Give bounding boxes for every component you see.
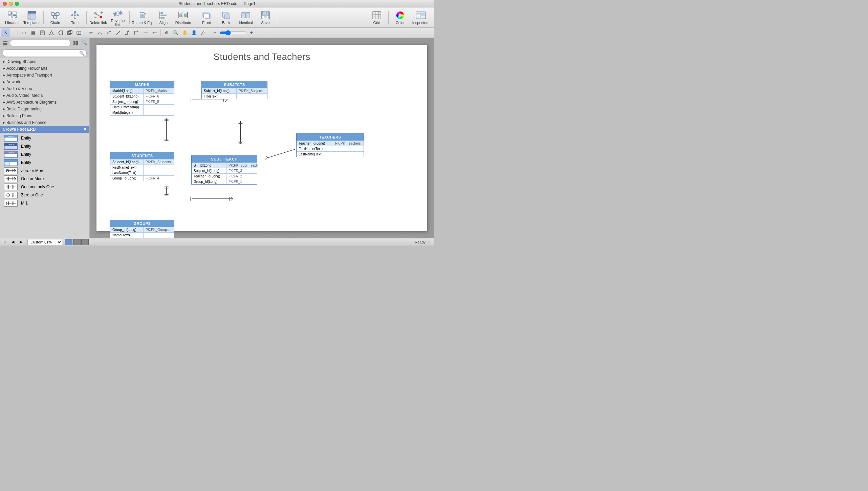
erd-table-marks[interactable]: MARKS MarkId(Long) PK:PK_Marks Student_I…	[110, 81, 174, 115]
sidebar-search-btn[interactable]: 🔍	[81, 39, 88, 47]
svg-marker-97	[137, 30, 138, 32]
list-item[interactable]: ENTITY Entity	[0, 150, 89, 158]
shape-tool-1[interactable]	[47, 28, 56, 37]
sidebar-item-audio-video-media[interactable]: ▶ Audio, Video, Media	[0, 92, 89, 99]
diagram-area[interactable]: MARKS MarkId(Long) PK:PK_Marks Student_I…	[96, 66, 427, 225]
sidebar-list-view[interactable]	[1, 39, 8, 47]
expand-arrow: ▶	[3, 114, 5, 118]
next-page-btn[interactable]: ▶	[17, 239, 25, 245]
library-search[interactable]	[10, 40, 71, 46]
window-controls[interactable]	[3, 2, 19, 6]
pause-btn[interactable]: ⏸	[3, 240, 6, 244]
erd-table-students[interactable]: STUDENTS Student_Id(Long) PK:PK_Students…	[110, 152, 174, 181]
sidebar-item-audio-video[interactable]: ▶ Audio & Video	[0, 85, 89, 92]
shape-tool-4[interactable]	[74, 28, 83, 37]
resize-controls: ⊞	[428, 240, 431, 244]
sidebar-item-artwork[interactable]: ▶ Artwork	[0, 79, 89, 85]
separator-4	[195, 11, 195, 24]
oval-tool[interactable]: ⬭	[20, 28, 28, 37]
list-item[interactable]: Zero or One	[0, 191, 89, 199]
sidebar-item-business-finance[interactable]: ▶ Business and Finance	[0, 119, 89, 126]
page-nav-btns[interactable]: ◀ ▶	[9, 239, 25, 245]
zoom-in-btn[interactable]: +	[247, 28, 256, 37]
templates-button[interactable]: Templates	[22, 8, 41, 27]
svg-rect-15	[28, 16, 30, 17]
list-item[interactable]: One or More	[0, 175, 89, 183]
distribute-button[interactable]: Distribute	[174, 8, 193, 27]
rotate-flip-button[interactable]: Rotate & Flip	[132, 8, 153, 27]
libraries-button[interactable]: Libraries	[3, 8, 22, 27]
arc-tool[interactable]	[105, 28, 113, 37]
zoom-select[interactable]: Custom 61% 25% 50% 75% 100% 150% 200%	[27, 239, 62, 245]
minimize-button[interactable]	[9, 2, 13, 6]
pencil-tool[interactable]: 🖊	[199, 28, 208, 37]
shape-label: Entity	[21, 152, 31, 157]
color-button[interactable]: Color	[391, 8, 410, 27]
connector-1-tool[interactable]	[114, 28, 123, 37]
prev-page-btn[interactable]: ◀	[9, 239, 17, 245]
sidebar-item-aws[interactable]: ▶ AWS Architecture Diagrams	[0, 99, 89, 106]
close-library-btn[interactable]: ✕	[83, 127, 87, 132]
container-tool[interactable]	[38, 28, 47, 37]
sidebar-search-input[interactable]	[3, 49, 87, 57]
select-tool[interactable]: ↖	[1, 28, 10, 37]
sidebar-search-row: 🔍	[0, 48, 89, 58]
svg-rect-90	[67, 31, 71, 35]
continuous-page-view[interactable]	[73, 239, 81, 245]
shape-tool-2[interactable]	[56, 28, 65, 37]
sidebar-item-building-plans[interactable]: ▶ Building Plans	[0, 112, 89, 119]
pen-tool[interactable]: ✏	[86, 28, 95, 37]
reverse-link-button[interactable]: Reverse link	[108, 8, 127, 27]
zoom-slider[interactable]	[220, 30, 247, 36]
separator-6	[388, 11, 389, 24]
canvas-area[interactable]: Students and Teachers	[90, 38, 434, 238]
sidebar-item-drawing-shapes[interactable]: ▶ Drawing Shapes	[0, 58, 89, 65]
grid-button[interactable]: Grid	[367, 8, 386, 27]
sidebar-item-accounting[interactable]: ▶ Accounting Flowcharts	[0, 65, 89, 72]
tree-button[interactable]: Tree	[65, 8, 84, 27]
delete-link-button[interactable]: Delete link	[89, 8, 108, 27]
align-button[interactable]: Align	[154, 8, 173, 27]
list-item[interactable]: Zero or More	[0, 167, 89, 175]
erd-table-teachers[interactable]: TEACHERS Teacher_Id(Long) PK:PK_Teachers…	[296, 133, 364, 157]
connector-3-tool[interactable]	[132, 28, 141, 37]
sidebar-item-basic-diagramming[interactable]: ▶ Basic Diagramming	[0, 106, 89, 112]
single-page-view[interactable]	[65, 239, 72, 245]
connector-2-tool[interactable]	[123, 28, 132, 37]
inspectors-button[interactable]: Inspectors	[410, 8, 431, 27]
list-item[interactable]: Entity	[0, 158, 89, 167]
save-button[interactable]: Save	[256, 8, 275, 27]
connector-4-tool[interactable]	[141, 28, 150, 37]
svg-rect-84	[417, 14, 419, 15]
list-item[interactable]: ENTITY Entity	[0, 134, 89, 142]
sidebar-grid-view[interactable]	[72, 39, 79, 47]
curve-tool[interactable]	[95, 28, 104, 37]
status-text: Ready	[415, 240, 426, 244]
erd-table-subjects[interactable]: SUBJECTS Subject_Id(Long) PK:PK_Subjects…	[201, 81, 267, 99]
back-button[interactable]: Back	[217, 8, 236, 27]
close-button[interactable]	[3, 2, 7, 6]
list-item[interactable]: One and only One	[0, 183, 89, 191]
rect-select-tool[interactable]: ⬜	[10, 28, 19, 37]
list-item[interactable]: M:1	[0, 199, 89, 207]
list-item[interactable]: ENTITY Entity	[0, 142, 89, 150]
maximize-button[interactable]	[15, 2, 19, 6]
zoom-in-tool[interactable]: 🔍	[171, 28, 180, 37]
erd-table-groups[interactable]: GROUPS Group_Id(Long) PK:PK_Groups Name(…	[110, 220, 174, 238]
identical-button[interactable]: Identical	[236, 8, 255, 27]
sidebar-item-aerospace[interactable]: ▶ Aerospace and Transport	[0, 72, 89, 79]
connector-5-tool[interactable]	[150, 28, 159, 37]
zoom-fit-tool[interactable]: ⊕	[162, 28, 171, 37]
libraries-icon	[7, 10, 18, 20]
expand-arrow: ▶	[3, 67, 5, 70]
erd-table-subj-teach[interactable]: SUBJ_TEACH ST_Id(Long) PK:PK_Subj_Teach …	[191, 155, 257, 185]
user-tool[interactable]: 👤	[190, 28, 198, 37]
zoom-out-btn[interactable]: −	[211, 28, 219, 37]
front-button[interactable]: Front	[197, 8, 216, 27]
page-view-buttons[interactable]	[65, 239, 89, 245]
chain-button[interactable]: Chain	[46, 8, 65, 27]
shape-tool-3[interactable]	[65, 28, 74, 37]
table-tool[interactable]: ▦	[29, 28, 38, 37]
facing-page-view[interactable]	[81, 239, 89, 245]
hand-tool[interactable]: ✋	[180, 28, 189, 37]
